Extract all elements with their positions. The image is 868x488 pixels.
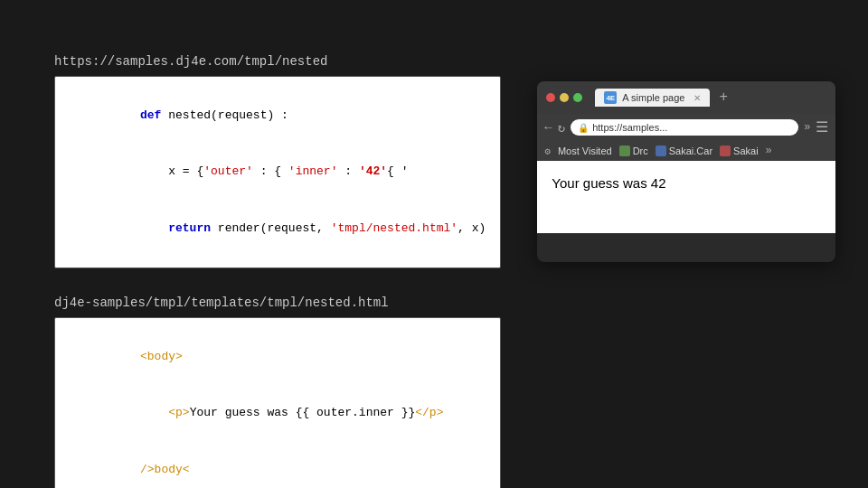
address-text: https://samples... — [592, 122, 667, 133]
bookmarks-bar: ⚙ Most Visited Drc Sakai.Car Sakai » — [537, 141, 835, 161]
render-end: , x) — [458, 221, 486, 235]
back-btn[interactable]: ← — [544, 120, 552, 135]
bottom-code-block: <body> <p>Your guess was {{ outer.inner … — [54, 317, 501, 488]
bottom-section: dj4e-samples/tmpl/templates/tmpl/nested.… — [54, 296, 501, 488]
sakai-favicon — [720, 145, 731, 156]
inner-key: 'inner' — [288, 164, 338, 178]
outer-key: 'outer' — [203, 164, 253, 178]
sakai-car-favicon — [656, 145, 666, 156]
top-section: https://samples.dj4e.com/tmpl/nested def… — [54, 54, 501, 268]
end-brace: { ' — [387, 164, 408, 178]
code-line-2: x = {'outer' : { 'inner' : '42'{ ' — [70, 144, 486, 200]
html-line-1: <body> — [70, 329, 486, 385]
browser-toolbar: ← ↻ 🔒 https://samples... » ☰ — [537, 114, 835, 141]
p-close-tag: </p> — [415, 406, 443, 419]
tmpl-str: 'tmpl/nested.html' — [331, 221, 458, 235]
gear-icon[interactable]: ⚙ — [544, 145, 551, 157]
drc-label: Drc — [633, 145, 648, 156]
html-line-3: />body< — [70, 442, 486, 488]
tl-yellow[interactable] — [560, 93, 569, 102]
traffic-lights — [546, 93, 582, 102]
browser-tab[interactable]: 4E A simple page ✕ — [595, 89, 710, 107]
tab-favicon: 4E — [604, 91, 617, 104]
indent-x: x = { — [140, 164, 203, 178]
html-line-2: <p>Your guess was {{ outer.inner }}</p> — [70, 386, 486, 442]
keyword-def: def — [140, 108, 168, 122]
body-open-tag: <body> — [140, 350, 183, 363]
tab-title: A simple page — [622, 92, 684, 103]
p-open-tag: <p> — [140, 406, 190, 419]
left-panel: https://samples.dj4e.com/tmpl/nested def… — [54, 54, 501, 488]
colon-brace: : { — [253, 164, 288, 178]
colon2: : — [337, 164, 358, 178]
code-line-1: def nested(request) : — [70, 88, 486, 144]
fn-name: nested — [168, 108, 211, 122]
keyword-return: return — [140, 221, 218, 235]
drc-favicon — [619, 145, 630, 156]
tl-green[interactable] — [573, 93, 582, 102]
lock-icon: 🔒 — [578, 123, 589, 133]
new-tab-btn[interactable]: + — [719, 89, 728, 106]
bookmarks-overflow[interactable]: » — [766, 145, 772, 157]
bookmark-most-visited[interactable]: Most Visited — [558, 145, 612, 156]
bookmark-sakai-car[interactable]: Sakai.Car — [656, 145, 712, 156]
sakai-car-label: Sakai.Car — [669, 145, 712, 156]
browser-content: Your guess was 42 — [537, 161, 835, 233]
browser-mockup: 4E A simple page ✕ + ← ↻ 🔒 https://sampl… — [537, 81, 835, 262]
hamburger-menu[interactable]: ☰ — [816, 118, 828, 136]
code-line-3: return render(request, 'tmpl/nested.html… — [70, 201, 486, 257]
fn-paren: (request) : — [211, 108, 288, 122]
sakai-label: Sakai — [733, 145, 759, 156]
template-text: Your guess was {{ outer.inner }} — [190, 406, 416, 419]
bookmark-sakai[interactable]: Sakai — [720, 145, 759, 156]
render-fn: render(request, — [218, 221, 331, 235]
val-42: '42' — [359, 164, 387, 178]
browser-output-text: Your guess was 42 — [552, 175, 821, 191]
top-url-label: https://samples.dj4e.com/tmpl/nested — [54, 54, 501, 69]
bookmark-drc[interactable]: Drc — [619, 145, 648, 156]
browser-titlebar: 4E A simple page ✕ + — [537, 81, 835, 114]
top-code-block: def nested(request) : x = {'outer' : { '… — [54, 76, 501, 268]
tl-red[interactable] — [546, 93, 555, 102]
tab-close-btn[interactable]: ✕ — [693, 93, 701, 103]
bottom-url-label: dj4e-samples/tmpl/templates/tmpl/nested.… — [54, 296, 501, 310]
body-close-tag: />body< — [140, 463, 190, 476]
bookmark-label: Most Visited — [558, 145, 612, 156]
bookmarks-chevron[interactable]: » — [804, 121, 810, 134]
reload-btn[interactable]: ↻ — [558, 120, 565, 136]
main-container: https://samples.dj4e.com/tmpl/nested def… — [0, 0, 868, 488]
address-bar[interactable]: 🔒 https://samples... — [571, 119, 798, 136]
